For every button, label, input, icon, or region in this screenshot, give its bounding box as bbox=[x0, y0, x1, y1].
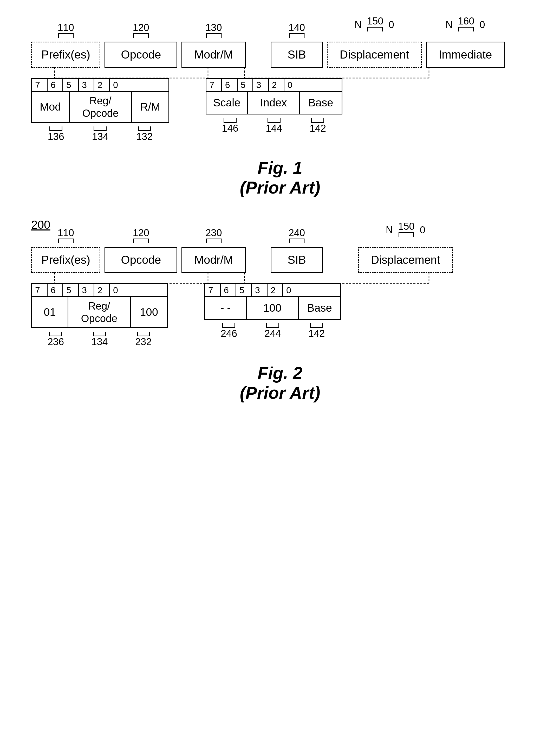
fig1-sib-box: SIB bbox=[271, 42, 323, 68]
fig2-gap2 bbox=[327, 247, 358, 273]
fig2-sib-ref-label: 240 bbox=[289, 227, 305, 244]
fig1-opcode-bracket bbox=[133, 33, 149, 38]
page: 110 Prefix(es) 120 Opcode bbox=[0, 0, 560, 737]
fig1-modrm-bit6: 6 bbox=[48, 79, 63, 91]
fig1-modrm-bit3: 3 bbox=[79, 79, 94, 91]
fig1-sib-bit7: 7 bbox=[206, 79, 222, 91]
fig2-sib-box: SIB bbox=[271, 247, 323, 273]
fig1-sib-144-label: 144 bbox=[266, 118, 282, 134]
fig1-modrm-subdiag: 7 6 5 3 2 0 Mod Reg/Opcode R/M bbox=[31, 78, 169, 142]
fig2-modrm-bits-header: 7 6 5 3 2 0 bbox=[31, 283, 168, 296]
fig1-opcode-box: Opcode bbox=[105, 42, 177, 68]
fig1-146-bracket-bottom bbox=[224, 118, 237, 123]
fig1-immediate-ref-label: N 160 0 bbox=[446, 16, 485, 31]
fig2-prefix-container: 110 Prefix(es) bbox=[31, 247, 100, 273]
fig1-sib-scale: Scale bbox=[206, 92, 248, 114]
fig2-modrm-bracket bbox=[206, 238, 222, 243]
fig2-opcode-container: 120 Opcode bbox=[105, 247, 177, 273]
fig1-sib-ref-label: 140 bbox=[289, 22, 305, 39]
fig1-modrm-132-label: 132 bbox=[136, 126, 153, 142]
fig1-sib-fields-row: Scale Index Base bbox=[206, 91, 342, 114]
fig2-ref200: 200 bbox=[31, 218, 539, 231]
fig2-displacement-ref-label: N 150 0 bbox=[386, 221, 425, 237]
fig1-modrm-bracket bbox=[206, 33, 222, 38]
fig2-sib-100: 100 bbox=[247, 297, 299, 319]
fig2-modrm-fields-row: 01 Reg/Opcode 100 bbox=[31, 296, 168, 328]
fig2-displacement-bracket bbox=[399, 232, 414, 237]
fig2-displacement-container: N 150 0 Displacement bbox=[358, 247, 453, 273]
fig1-modrm-box: Modr/M bbox=[181, 42, 246, 68]
fig2-sib-subdiag: 7 6 5 3 2 0 - - 100 Base 246 bbox=[204, 283, 341, 347]
fig2-opcode-box: Opcode bbox=[105, 247, 177, 273]
fig2-modrm-reflabels: 236 134 232 bbox=[31, 332, 168, 347]
fig2-sib-dash: - - bbox=[205, 297, 247, 319]
fig2-sib-base: Base bbox=[299, 297, 340, 319]
fig1-modrm-bit2: 2 bbox=[94, 79, 110, 91]
fig2-sib-container: 240 SIB bbox=[271, 247, 323, 273]
fig1-sib-142-label: 142 bbox=[310, 118, 326, 134]
fig1-immediate-container: N 160 0 Immediate bbox=[426, 42, 505, 68]
fig2-prefix-box: Prefix(es) bbox=[31, 247, 100, 273]
fig1-sib-bits-header: 7 6 5 3 2 0 bbox=[206, 78, 342, 91]
fig2-modrm-regopcode: Reg/Opcode bbox=[68, 297, 131, 327]
fig1-displacement-box: Displacement bbox=[327, 42, 422, 68]
fig1-displacement-container: N 150 0 Displacement bbox=[327, 42, 422, 68]
fig1-opcode-container: 120 Opcode bbox=[105, 42, 177, 68]
fig2-opcode-bracket bbox=[133, 238, 149, 243]
fig1-top-row: 110 Prefix(es) 120 Opcode bbox=[31, 42, 539, 68]
fig2-opcode-ref-label: 120 bbox=[133, 227, 149, 244]
fig1-modrm-bit5: 5 bbox=[63, 79, 79, 91]
fig1-sib-base: Base bbox=[300, 92, 342, 114]
fig2-sib-fields-row: - - 100 Base bbox=[204, 296, 341, 320]
fig1-modrm-134-label: 134 bbox=[92, 126, 108, 142]
fig2-sib-bracket bbox=[289, 238, 304, 243]
fig2-modrm-box: Modr/M bbox=[181, 247, 246, 273]
fig1-sib-bit3: 3 bbox=[253, 79, 269, 91]
fig1-prefix-box: Prefix(es) bbox=[31, 42, 100, 68]
fig1-modrm-mod: Mod bbox=[32, 92, 70, 122]
fig1-modrm-136-label: 136 bbox=[48, 126, 64, 142]
fig2-sub-diagrams: 7 6 5 3 2 0 01 Reg/Opcode 100 236 bbox=[31, 283, 539, 347]
figure-1-section: 110 Prefix(es) 120 Opcode bbox=[21, 42, 539, 197]
fig2-modrm-100: 100 bbox=[131, 297, 167, 327]
fig2-prefix-bracket bbox=[58, 238, 74, 243]
fig1-modrm-ref-label: 130 bbox=[205, 22, 222, 39]
fig1-sib-container: 140 SIB bbox=[271, 42, 323, 68]
fig1-immediate-box: Immediate bbox=[426, 42, 505, 68]
fig1-opcode-ref-label: 120 bbox=[133, 22, 149, 39]
fig1-136-bracket-bottom bbox=[49, 126, 62, 131]
fig1-prefix-bracket bbox=[58, 33, 74, 38]
fig1-modrm-fields-row: Mod Reg/Opcode R/M bbox=[31, 91, 169, 123]
fig1-modrm-rm: R/M bbox=[132, 92, 168, 122]
fig1-sib-146-label: 146 bbox=[222, 118, 238, 134]
fig2-modrm-01: 01 bbox=[32, 297, 68, 327]
fig1-displacement-bracket bbox=[367, 27, 383, 31]
fig1-modrm-bit7: 7 bbox=[32, 79, 48, 91]
fig1-144-bracket-bottom bbox=[268, 118, 281, 123]
fig1-modrm-bit0: 0 bbox=[110, 79, 126, 91]
fig2-sib-reflabels: 246 244 142 bbox=[204, 323, 341, 339]
fig1-modrm-regopcode: Reg/Opcode bbox=[70, 92, 132, 122]
fig2-modrm-ref-label: 230 bbox=[205, 227, 222, 244]
fig1-gap bbox=[250, 42, 271, 68]
fig2-prefix-ref-label: 110 bbox=[57, 227, 74, 244]
fig2-modrm-container: 230 Modr/M bbox=[181, 247, 246, 273]
fig2-top-row: 110 Prefix(es) 120 Opcode bbox=[31, 247, 539, 273]
fig2-modrm-subdiag: 7 6 5 3 2 0 01 Reg/Opcode 100 236 bbox=[31, 283, 168, 347]
fig1-sib-bit2: 2 bbox=[269, 79, 284, 91]
fig1-sib-subdiag: 7 6 5 3 2 0 Scale Index Base 1 bbox=[206, 78, 342, 142]
fig1-sib-index: Index bbox=[248, 92, 300, 114]
fig1-title: Fig. 1 (Prior Art) bbox=[21, 158, 539, 197]
fig1-modrm-bits-header: 7 6 5 3 2 0 bbox=[31, 78, 169, 91]
fig1-134-bracket-bottom bbox=[94, 126, 107, 131]
fig2-title: Fig. 2 (Prior Art) bbox=[21, 363, 539, 403]
fig1-sib-reflabels: 146 144 142 bbox=[206, 118, 342, 134]
fig1-142-bracket-bottom bbox=[311, 118, 324, 123]
fig1-sub-diagrams: 7 6 5 3 2 0 Mod Reg/Opcode R/M bbox=[31, 78, 539, 142]
fig1-sib-bit5: 5 bbox=[238, 79, 253, 91]
fig1-displacement-ref-label: N 150 0 bbox=[355, 16, 394, 31]
fig1-132-bracket-bottom bbox=[138, 126, 151, 131]
fig1-prefix-container: 110 Prefix(es) bbox=[31, 42, 100, 68]
fig1-sib-bit0: 0 bbox=[284, 79, 300, 91]
figure-2-section: 200 110 Prefix(es) 120 bbox=[21, 218, 539, 403]
